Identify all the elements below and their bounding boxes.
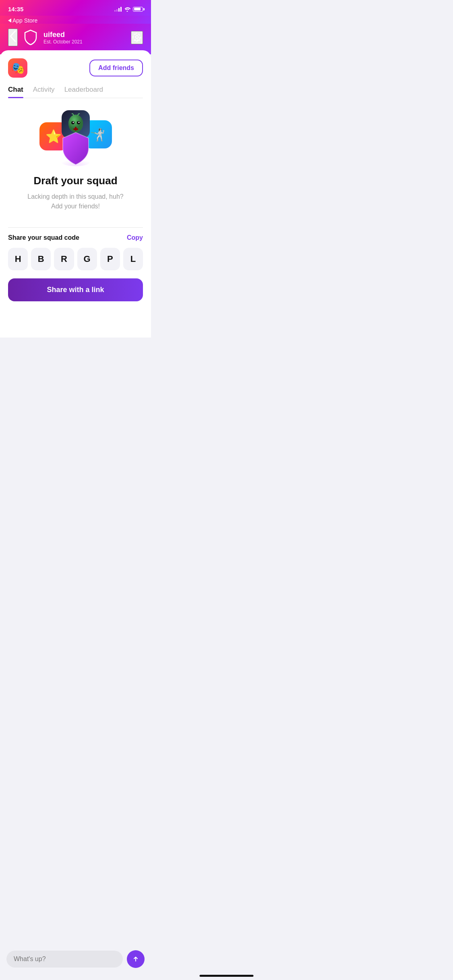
wifi-icon <box>124 7 130 12</box>
copy-button[interactable]: Copy <box>127 234 143 241</box>
signal-icon <box>114 7 122 12</box>
status-icons <box>114 7 143 12</box>
divider <box>8 227 143 228</box>
status-bar: 14:35 <box>0 0 151 16</box>
draft-title: Draft your squad <box>33 175 117 187</box>
share-link-button[interactable]: Share with a link <box>8 278 143 301</box>
squad-area: ⭐ <box>8 98 143 219</box>
app-store-back-chevron <box>8 19 11 23</box>
tab-chat[interactable]: Chat <box>8 86 23 98</box>
tab-leaderboard[interactable]: Leaderboard <box>64 86 103 98</box>
app-store-back[interactable]: App Store <box>8 17 37 24</box>
gear-icon <box>132 32 142 42</box>
squad-code-section: Share your squad code Copy H B R G P L S… <box>8 219 143 301</box>
svg-rect-7 <box>73 128 78 130</box>
draft-subtitle: Lacking depth in this squad, huh?Add you… <box>27 192 123 211</box>
settings-button[interactable] <box>131 31 143 44</box>
top-row: 🎭 Add friends <box>8 58 143 78</box>
shield-logo-icon <box>23 29 38 45</box>
squad-shield-center <box>60 131 92 169</box>
header-subtitle: Est. October 2021 <box>43 39 83 45</box>
squad-code-header: Share your squad code Copy <box>8 234 143 241</box>
svg-point-5 <box>78 122 79 123</box>
code-letter-1: B <box>31 248 51 270</box>
app-store-bar: App Store <box>0 16 151 24</box>
battery-icon <box>133 7 143 12</box>
tab-activity[interactable]: Activity <box>33 86 55 98</box>
tabs: Chat Activity Leaderboard <box>8 86 143 98</box>
header-left: uifeed Est. October 2021 <box>8 29 83 46</box>
code-letter-3: G <box>77 248 97 270</box>
header-info: uifeed Est. October 2021 <box>43 31 83 45</box>
app-store-label: App Store <box>12 17 37 24</box>
code-letter-0: H <box>8 248 28 270</box>
header: uifeed Est. October 2021 <box>0 24 151 54</box>
svg-point-4 <box>72 122 74 123</box>
code-letter-2: R <box>54 248 74 270</box>
squad-code-label: Share your squad code <box>8 234 79 241</box>
status-time: 14:35 <box>8 6 23 12</box>
avatar-emoji: 🎭 <box>11 62 25 75</box>
header-title: uifeed <box>43 31 83 39</box>
squad-avatars: ⭐ <box>35 110 116 167</box>
squad-shield-icon <box>60 131 92 167</box>
code-letters: H B R G P L <box>8 248 143 270</box>
code-letter-4: P <box>100 248 120 270</box>
back-button[interactable] <box>8 29 18 46</box>
user-avatar: 🎭 <box>8 58 27 78</box>
add-friends-button[interactable]: Add friends <box>89 60 143 76</box>
main-content: 🎭 Add friends Chat Activity Leaderboard … <box>0 50 151 338</box>
code-letter-5: L <box>123 248 143 270</box>
